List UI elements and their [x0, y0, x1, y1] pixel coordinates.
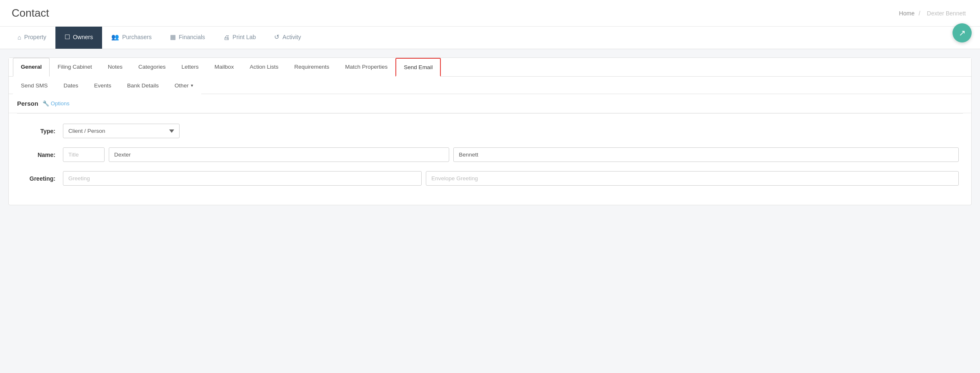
tab-events-label: Events — [94, 82, 111, 89]
tab-action-lists[interactable]: Action Lists — [242, 58, 286, 77]
secondary-tabs-row1: General Filing Cabinet Notes Categories … — [9, 58, 971, 77]
tab-letters-label: Letters — [181, 64, 198, 70]
greeting-input[interactable] — [63, 171, 422, 186]
tab-letters[interactable]: Letters — [173, 58, 206, 77]
type-row: Type: Client / Person Company Individual — [21, 124, 959, 138]
tab-notes-label: Notes — [108, 64, 122, 70]
tab-financials[interactable]: ▦ Financials — [161, 27, 214, 49]
tab-print-lab[interactable]: 🖨 Print Lab — [214, 27, 265, 49]
tab-mailbox[interactable]: Mailbox — [207, 58, 242, 77]
tab-general-label: General — [21, 64, 42, 70]
breadcrumb-current: Dexter Bennett — [927, 10, 966, 17]
tab-general[interactable]: General — [13, 58, 50, 77]
print-lab-icon: 🖨 — [223, 34, 230, 41]
first-name-input[interactable] — [109, 147, 449, 162]
tab-match-properties[interactable]: Match Properties — [337, 58, 395, 77]
tab-send-email[interactable]: Send Email — [395, 58, 441, 77]
greeting-inputs — [63, 171, 959, 186]
tab-other[interactable]: Other ▾ — [167, 77, 201, 94]
tab-print-lab-label: Print Lab — [232, 34, 256, 40]
chevron-down-icon: ▾ — [191, 83, 193, 88]
tab-send-email-label: Send Email — [404, 64, 432, 70]
greeting-row: Greeting: — [21, 171, 959, 186]
financials-icon: ▦ — [170, 33, 176, 41]
tab-activity-label: Activity — [282, 34, 301, 40]
tab-dates-label: Dates — [64, 82, 78, 89]
breadcrumb: Home / Dexter Bennett — [899, 10, 968, 17]
secondary-tabs-row2: Send SMS Dates Events Bank Details Other… — [9, 77, 971, 94]
tab-categories-label: Categories — [138, 64, 165, 70]
options-label: Options — [51, 100, 70, 107]
tab-filing-cabinet[interactable]: Filing Cabinet — [50, 58, 100, 77]
expand-icon: ↗ — [959, 28, 966, 38]
wrench-icon: 🔧 — [42, 100, 49, 107]
tab-requirements-label: Requirements — [294, 64, 329, 70]
tab-send-sms-label: Send SMS — [21, 82, 48, 89]
tab-requirements[interactable]: Requirements — [286, 58, 337, 77]
tab-purchasers-label: Purchasers — [122, 34, 152, 40]
name-label: Name: — [21, 152, 63, 158]
tab-categories[interactable]: Categories — [130, 58, 173, 77]
options-link[interactable]: 🔧 Options — [42, 100, 70, 107]
tab-events[interactable]: Events — [86, 77, 119, 94]
tab-bank-details-label: Bank Details — [127, 82, 159, 89]
page-title: Contact — [12, 7, 49, 20]
tab-owners[interactable]: ☐ Owners — [55, 27, 102, 49]
name-inputs — [63, 147, 959, 162]
top-bar: Contact Home / Dexter Bennett — [0, 0, 980, 27]
tab-property-label: Property — [24, 34, 46, 40]
envelope-greeting-input[interactable] — [426, 171, 959, 186]
content-area: General Filing Cabinet Notes Categories … — [8, 57, 972, 205]
section-header: Person 🔧 Options — [9, 94, 971, 113]
property-icon: ⌂ — [18, 34, 21, 41]
primary-nav: ⌂ Property ☐ Owners 👥 Purchasers ▦ Finan… — [0, 27, 980, 49]
type-label: Type: — [21, 128, 63, 134]
activity-icon: ↺ — [274, 33, 280, 41]
expand-fab-button[interactable]: ↗ — [952, 23, 972, 42]
title-input[interactable] — [63, 147, 105, 162]
tab-other-label: Other — [175, 82, 189, 89]
tab-dates[interactable]: Dates — [56, 77, 86, 94]
tab-send-sms[interactable]: Send SMS — [13, 77, 56, 94]
type-inputs: Client / Person Company Individual — [63, 124, 959, 138]
greeting-label: Greeting: — [21, 175, 63, 182]
owners-icon: ☐ — [65, 33, 70, 41]
tab-action-lists-label: Action Lists — [250, 64, 278, 70]
tab-purchasers[interactable]: 👥 Purchasers — [102, 27, 161, 49]
name-row: Name: — [21, 147, 959, 162]
tab-owners-label: Owners — [73, 34, 93, 40]
tab-match-properties-label: Match Properties — [345, 64, 388, 70]
tab-filing-cabinet-label: Filing Cabinet — [58, 64, 92, 70]
section-title: Person — [17, 100, 38, 107]
type-select[interactable]: Client / Person Company Individual — [63, 124, 180, 138]
tab-bank-details[interactable]: Bank Details — [119, 77, 167, 94]
tab-notes[interactable]: Notes — [100, 58, 130, 77]
form-body: Type: Client / Person Company Individual… — [9, 114, 971, 205]
tab-property[interactable]: ⌂ Property — [8, 27, 55, 49]
tab-mailbox-label: Mailbox — [215, 64, 234, 70]
tab-activity[interactable]: ↺ Activity — [265, 27, 310, 49]
last-name-input[interactable] — [453, 147, 959, 162]
breadcrumb-separator: / — [919, 10, 920, 17]
tab-financials-label: Financials — [179, 34, 205, 40]
purchasers-icon: 👥 — [111, 33, 119, 41]
breadcrumb-home[interactable]: Home — [899, 10, 915, 17]
